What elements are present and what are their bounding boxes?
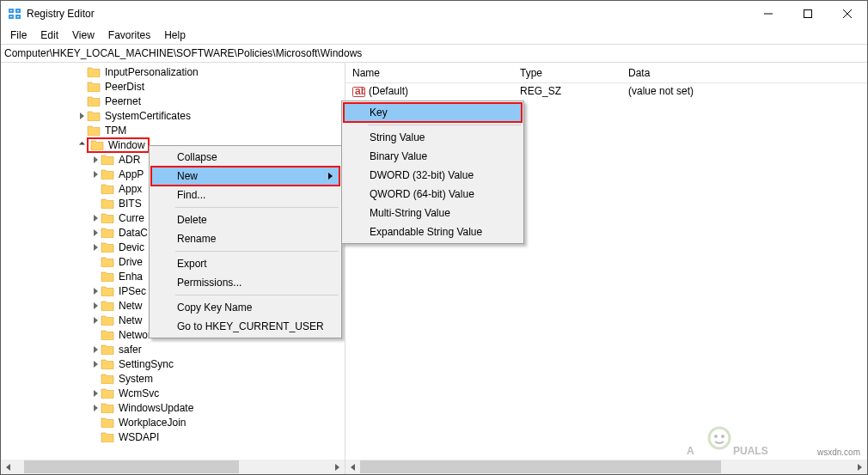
tree-item-label: Drive bbox=[118, 256, 144, 268]
tree-item[interactable]: Peernet bbox=[1, 94, 345, 108]
menu-item[interactable]: String Value bbox=[344, 128, 522, 147]
menu-item-label: New bbox=[177, 170, 198, 182]
col-header-type[interactable]: Type bbox=[513, 67, 621, 79]
svg-point-16 bbox=[714, 435, 718, 438]
svg-rect-9 bbox=[804, 10, 812, 18]
menu-item[interactable]: Find... bbox=[151, 186, 339, 204]
tree-expander-icon bbox=[90, 432, 101, 442]
svg-point-15 bbox=[709, 428, 730, 448]
tree-expander-icon[interactable] bbox=[90, 228, 101, 238]
menu-item-label: Binary Value bbox=[370, 150, 427, 162]
menu-item[interactable]: Export bbox=[151, 254, 339, 273]
tree-expander-icon bbox=[76, 125, 87, 136]
menu-edit[interactable]: Edit bbox=[34, 27, 64, 43]
list-row[interactable]: ab (Default) REG_SZ (value not set) bbox=[345, 83, 867, 99]
scroll-thumb[interactable] bbox=[24, 460, 239, 473]
menu-item[interactable]: Rename bbox=[151, 229, 339, 248]
value-data: (value not set) bbox=[628, 85, 694, 97]
appuals-logo: A PUALS bbox=[687, 423, 833, 466]
menu-file[interactable]: File bbox=[4, 27, 33, 43]
menu-item-label: Multi-String Value bbox=[370, 207, 450, 219]
tree-expander-icon[interactable] bbox=[90, 344, 101, 355]
tree-expander-icon[interactable] bbox=[76, 140, 87, 150]
menu-item[interactable]: Copy Key Name bbox=[151, 298, 339, 317]
tree-item[interactable]: safer bbox=[1, 342, 345, 356]
scroll-track[interactable] bbox=[15, 460, 330, 474]
tree-item[interactable]: WSDAPI bbox=[1, 429, 345, 444]
tree-item-label: Window bbox=[107, 139, 146, 151]
tree-item-label: PeerDist bbox=[104, 81, 145, 93]
tree-item-label: IPSec bbox=[118, 285, 147, 297]
scroll-left-icon[interactable] bbox=[1, 460, 15, 474]
menu-item-label: Collapse bbox=[177, 151, 217, 163]
menu-item[interactable]: DWORD (32-bit) Value bbox=[344, 166, 522, 185]
col-header-name[interactable]: Name bbox=[345, 67, 513, 79]
menu-item[interactable]: Collapse bbox=[151, 148, 339, 167]
tree-expander-icon[interactable] bbox=[90, 242, 101, 253]
maximize-button[interactable] bbox=[788, 1, 828, 27]
tree-expander-icon[interactable] bbox=[90, 301, 101, 311]
tree-item-label: Netw bbox=[118, 300, 143, 312]
tree-item-label: SettingSync bbox=[118, 358, 174, 370]
tree-expander-icon bbox=[76, 96, 87, 107]
context-menu: CollapseNewFind...DeleteRenameExportPerm… bbox=[149, 145, 342, 338]
tree-item[interactable]: WorkplaceJoin bbox=[1, 415, 345, 429]
tree-item[interactable]: System bbox=[1, 371, 345, 386]
tree-expander-icon[interactable] bbox=[76, 111, 87, 121]
tree-item-label: TPM bbox=[104, 125, 127, 137]
menu-item-label: Find... bbox=[177, 189, 205, 201]
tree-expander-icon[interactable] bbox=[90, 388, 101, 399]
menu-item[interactable]: Delete bbox=[151, 210, 339, 229]
tree-item-label: Appx bbox=[118, 183, 143, 195]
menu-item[interactable]: Multi-String Value bbox=[344, 204, 522, 222]
tree-expander-icon[interactable] bbox=[90, 315, 101, 326]
tree-hscroll[interactable] bbox=[1, 460, 345, 474]
tree-item[interactable]: WindowsUpdate bbox=[1, 400, 345, 415]
scroll-left-icon[interactable] bbox=[345, 460, 360, 474]
close-button[interactable] bbox=[828, 1, 867, 27]
tree-expander-icon bbox=[76, 67, 87, 77]
tree-expander-icon[interactable] bbox=[90, 403, 101, 413]
tree-expander-icon bbox=[90, 374, 101, 384]
tree-pane: InputPersonalizationPeerDistPeernetSyste… bbox=[1, 63, 345, 474]
tree-item[interactable]: SystemCertificates bbox=[1, 108, 345, 123]
tree-expander-icon[interactable] bbox=[90, 359, 101, 369]
menu-help[interactable]: Help bbox=[158, 27, 192, 43]
address-bar[interactable]: Computer\HKEY_LOCAL_MACHINE\SOFTWARE\Pol… bbox=[1, 44, 867, 63]
tree-expander-icon[interactable] bbox=[90, 155, 101, 165]
tree-item[interactable]: WcmSvc bbox=[1, 386, 345, 400]
menu-item[interactable]: Expandable String Value bbox=[344, 222, 522, 241]
menu-separator bbox=[175, 295, 339, 295]
menu-item[interactable]: New bbox=[151, 167, 339, 186]
tree-item[interactable]: PeerDist bbox=[1, 79, 345, 94]
tree-expander-icon[interactable] bbox=[90, 169, 101, 180]
tree-item[interactable]: InputPersonalization bbox=[1, 64, 345, 79]
scroll-right-icon[interactable] bbox=[330, 460, 345, 474]
tree-expander-icon bbox=[90, 184, 101, 194]
menu-item[interactable]: Binary Value bbox=[344, 147, 522, 166]
menu-item[interactable]: Key bbox=[344, 103, 522, 122]
col-header-data[interactable]: Data bbox=[621, 67, 867, 79]
menu-item-label: Permissions... bbox=[177, 277, 241, 289]
context-submenu-new: KeyString ValueBinary ValueDWORD (32-bit… bbox=[341, 100, 524, 244]
menu-item-label: String Value bbox=[370, 131, 425, 143]
tree-item-label: Enha bbox=[118, 271, 144, 283]
svg-text:ab: ab bbox=[355, 85, 365, 97]
tree-item[interactable]: SettingSync bbox=[1, 356, 345, 371]
tree-expander-icon[interactable] bbox=[90, 286, 101, 296]
menu-separator bbox=[368, 125, 521, 125]
menu-favorites[interactable]: Favorites bbox=[102, 27, 156, 43]
menu-item[interactable]: QWORD (64-bit) Value bbox=[344, 185, 522, 204]
tree-item[interactable]: TPM bbox=[1, 123, 345, 137]
tree-item-label: AppP bbox=[118, 168, 144, 180]
menu-view[interactable]: View bbox=[66, 27, 101, 43]
tree-expander-icon[interactable] bbox=[90, 213, 101, 223]
menu-item[interactable]: Go to HKEY_CURRENT_USER bbox=[151, 317, 339, 336]
menu-item[interactable]: Permissions... bbox=[151, 273, 339, 292]
scroll-right-icon[interactable] bbox=[853, 460, 867, 474]
tree-item-label: ADR bbox=[118, 154, 141, 166]
scroll-thumb[interactable] bbox=[360, 460, 721, 473]
minimize-button[interactable] bbox=[749, 1, 788, 27]
tree-expander-icon bbox=[90, 257, 101, 267]
tree-item-label: Netw bbox=[118, 314, 143, 326]
